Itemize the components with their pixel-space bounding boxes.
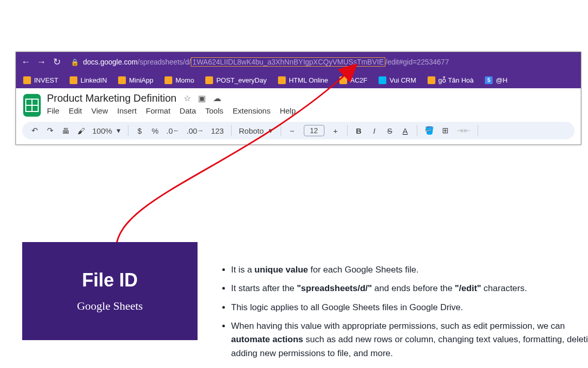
menu-file[interactable]: File (47, 106, 59, 115)
decrease-font-icon[interactable]: − (288, 126, 297, 135)
bookmark-label: Vui CRM (389, 76, 416, 84)
fill-color-icon[interactable]: 🪣 (424, 126, 434, 135)
borders-icon[interactable]: ⊞ (442, 126, 450, 135)
menu-data[interactable]: Data (179, 106, 196, 115)
url-path-prefix: /spreadsheets/d/ (138, 58, 191, 66)
title-row: Product Marketing Definition ☆ ▣ ☁ (47, 92, 296, 104)
folder-icon (23, 76, 31, 84)
zoom-level[interactable]: 100% ▾ (92, 126, 121, 135)
browser-screenshot: ← → ↻ 🔒 docs.google.com/spreadsheets/d/1… (15, 52, 581, 145)
merge-icon[interactable]: ⇥⇤ (457, 126, 470, 135)
callout-box: File ID Google Sheets (22, 242, 198, 340)
sheets-logo-icon[interactable] (23, 94, 41, 117)
decrease-decimal-icon[interactable]: .0← (167, 126, 179, 135)
folder-icon (205, 76, 213, 84)
list-item: When having this value with appropriate … (231, 319, 588, 360)
title-icons: ☆ ▣ ☁ (184, 93, 221, 103)
redo-icon[interactable]: ↷ (46, 126, 54, 135)
paint-format-icon[interactable]: 🖌 (77, 126, 85, 135)
description-bullets: It is a unique value for each Google She… (210, 263, 588, 365)
browser-nav-bar: ← → ↻ 🔒 docs.google.com/spreadsheets/d/1… (16, 52, 581, 72)
separator (417, 125, 417, 136)
menu-format[interactable]: Format (146, 106, 171, 115)
url-text: docs.google.com/spreadsheets/d/1WA624LII… (83, 57, 449, 67)
folder-icon (278, 76, 286, 84)
bookmark-label: gỗ Tân Hoà (438, 76, 473, 84)
italic-icon[interactable]: I (370, 126, 379, 135)
bookmark-item[interactable]: POST_everyDay (205, 76, 267, 84)
cloud-save-icon[interactable]: ☁ (213, 93, 221, 103)
move-icon[interactable]: ▣ (198, 93, 206, 103)
bookmark-label: MiniApp (129, 76, 153, 84)
url-domain: docs.google.com (83, 58, 138, 66)
back-button[interactable]: ← (21, 57, 30, 68)
lock-icon: 🔒 (71, 58, 79, 66)
folder-icon (70, 76, 77, 84)
separator (347, 125, 348, 136)
address-bar[interactable]: 🔒 docs.google.com/spreadsheets/d/1WA624L… (71, 57, 449, 67)
app-icon: 5 (485, 76, 493, 84)
list-item: It starts after the "spreadsheets/d/" an… (231, 282, 588, 295)
bookmark-item[interactable]: 5@H (485, 76, 508, 84)
bookmark-item[interactable]: AC2F (339, 76, 367, 84)
separator (128, 125, 128, 136)
menu-extensions[interactable]: Extensions (233, 106, 270, 115)
menu-insert[interactable]: Insert (117, 106, 137, 115)
bookmark-item[interactable]: INVEST (23, 76, 58, 84)
font-size-input[interactable]: 12 (304, 125, 324, 136)
bookmarks-bar: INVEST LinkedIN MiniApp Momo POST_everyD… (16, 72, 581, 88)
strikethrough-icon[interactable]: S (386, 126, 394, 135)
bookmark-item[interactable]: Momo (165, 76, 194, 84)
menu-edit[interactable]: Edit (69, 106, 82, 115)
url-suffix: /edit#gid=22534677 (385, 58, 449, 66)
bookmark-label: Momo (175, 76, 194, 84)
menu-view[interactable]: View (91, 106, 108, 115)
bookmark-label: HTML Online (289, 76, 328, 84)
separator (231, 125, 232, 136)
bookmark-item[interactable]: HTML Online (278, 76, 328, 84)
bookmark-label: POST_everyDay (216, 76, 267, 84)
forward-button[interactable]: → (37, 57, 46, 68)
print-icon[interactable]: 🖶 (61, 126, 70, 135)
bookmark-item[interactable]: Vui CRM (379, 76, 416, 84)
menu-tools[interactable]: Tools (205, 106, 223, 115)
bookmark-label: @H (496, 76, 508, 84)
separator (281, 125, 281, 136)
font-select[interactable]: Roboto ▾ (239, 126, 273, 135)
text-color-icon[interactable]: A (401, 126, 410, 135)
menu-bar: File Edit View Insert Format Data Tools … (47, 106, 296, 115)
zoom-value: 100% (92, 126, 112, 135)
more-formats-icon[interactable]: 123 (211, 126, 224, 135)
sheets-titlebar: Product Marketing Definition ☆ ▣ ☁ File … (47, 92, 296, 115)
bold-icon[interactable]: B (355, 126, 363, 135)
folder-icon (165, 76, 172, 84)
increase-font-icon[interactable]: + (332, 126, 340, 135)
bookmark-label: AC2F (350, 76, 367, 84)
currency-icon[interactable]: $ (136, 126, 144, 135)
sheets-header: Product Marketing Definition ☆ ▣ ☁ File … (16, 88, 581, 119)
percent-icon[interactable]: % (151, 126, 159, 135)
app-icon (379, 76, 386, 84)
bookmark-label: INVEST (34, 76, 58, 84)
callout-subtitle: Google Sheets (77, 299, 143, 313)
undo-icon[interactable]: ↶ (30, 126, 39, 135)
bookmark-label: LinkedIN (80, 76, 107, 84)
url-file-id-highlighted: 1WA624LIIDL8wK4bu_a3XhNnBYIgpXCQyVMUSsTm… (191, 57, 385, 67)
increase-decimal-icon[interactable]: .00→ (187, 126, 204, 135)
folder-icon (339, 76, 347, 84)
folder-icon (118, 76, 126, 84)
list-item: It is a unique value for each Google She… (231, 263, 588, 277)
separator (478, 125, 478, 136)
bookmark-item[interactable]: LinkedIN (70, 76, 107, 84)
folder-icon (428, 76, 435, 84)
star-icon[interactable]: ☆ (184, 93, 191, 103)
list-item: This logic applies to all Google Sheets … (231, 301, 588, 314)
sheets-toolbar: ↶ ↷ 🖶 🖌 100% ▾ $ % .0← .00→ 123 Roboto ▾… (22, 122, 575, 139)
menu-help[interactable]: Help (280, 106, 296, 115)
reload-button[interactable]: ↻ (52, 56, 61, 68)
bookmark-item[interactable]: MiniApp (118, 76, 153, 84)
callout-title: File ID (82, 269, 138, 291)
font-name: Roboto (239, 126, 264, 135)
document-title[interactable]: Product Marketing Definition (47, 92, 176, 104)
bookmark-item[interactable]: gỗ Tân Hoà (428, 76, 473, 84)
